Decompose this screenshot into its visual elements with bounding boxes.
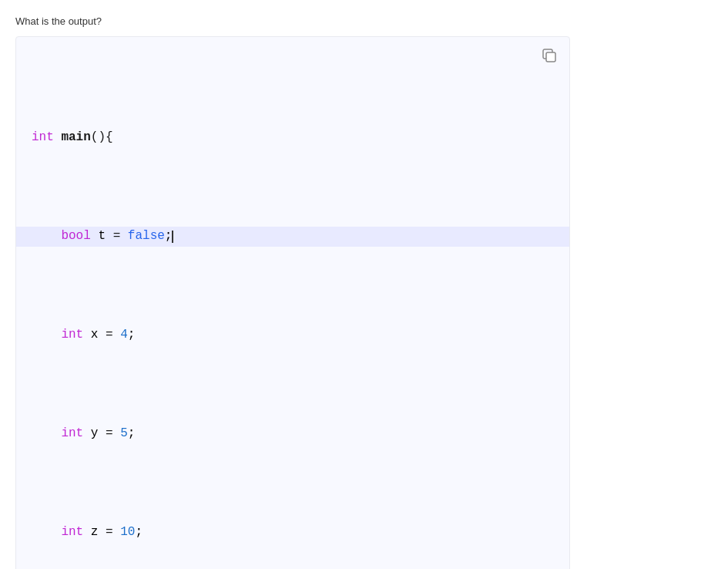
- code-block: int main(){ bool t = false; int x = 4; i…: [32, 49, 554, 569]
- code-line-1: int main(){: [32, 128, 554, 148]
- question-label: What is the output?: [15, 15, 713, 27]
- copy-code-button[interactable]: [538, 45, 560, 66]
- code-line-5: int z = 10;: [32, 523, 554, 543]
- code-line-4: int y = 5;: [32, 424, 554, 444]
- code-line-2: bool t = false;: [16, 227, 569, 247]
- copy-icon: [542, 48, 557, 63]
- svg-rect-1: [546, 52, 555, 62]
- code-line-3: int x = 4;: [32, 325, 554, 345]
- code-container: int main(){ bool t = false; int x = 4; i…: [15, 36, 570, 569]
